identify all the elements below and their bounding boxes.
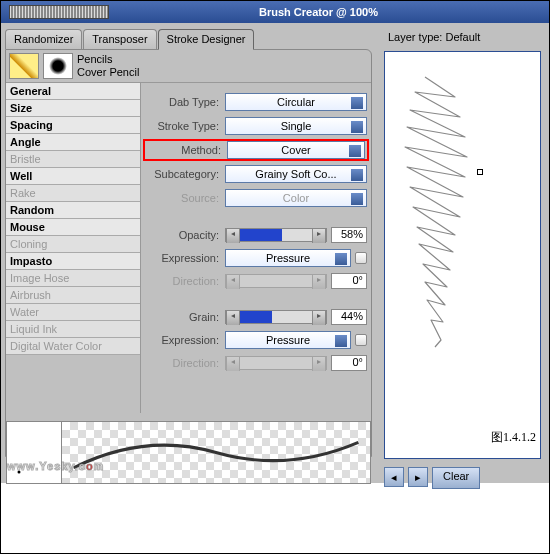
expression2-dropdown[interactable]: Pressure bbox=[225, 331, 351, 349]
next-button[interactable]: ▸ bbox=[408, 467, 428, 487]
cat-spacing[interactable]: Spacing bbox=[6, 117, 140, 134]
prev-button[interactable]: ◂ bbox=[384, 467, 404, 487]
layer-type-label: Layer type: bbox=[388, 31, 442, 43]
figure-label: 图1.4.1.2 bbox=[491, 429, 536, 446]
cat-well[interactable]: Well bbox=[6, 168, 140, 185]
selection-handle[interactable] bbox=[477, 169, 483, 175]
brush-variant-icon[interactable] bbox=[43, 53, 73, 79]
brush-header: Pencils Cover Pencil bbox=[6, 50, 371, 83]
cat-size[interactable]: Size bbox=[6, 100, 140, 117]
subcategory-dropdown[interactable]: Grainy Soft Co... bbox=[225, 165, 367, 183]
expression1-label: Expression: bbox=[145, 252, 225, 264]
cat-rake[interactable]: Rake bbox=[6, 185, 140, 202]
expression2-label: Expression: bbox=[145, 334, 225, 346]
cat-bristle[interactable]: Bristle bbox=[6, 151, 140, 168]
grain-value[interactable]: 44% bbox=[331, 309, 367, 325]
direction1-value: 0° bbox=[331, 273, 367, 289]
cat-impasto[interactable]: Impasto bbox=[6, 253, 140, 270]
subcategory-label: Subcategory: bbox=[145, 168, 225, 180]
stroke-type-dropdown[interactable]: Single bbox=[225, 117, 367, 135]
cat-general[interactable]: General bbox=[6, 83, 140, 100]
cat-water[interactable]: Water bbox=[6, 304, 140, 321]
brush-category-icon[interactable] bbox=[9, 53, 39, 79]
dab-type-dropdown[interactable]: Circular bbox=[225, 93, 367, 111]
stroke-type-label: Stroke Type: bbox=[145, 120, 225, 132]
brush-category-name: Pencils bbox=[77, 53, 139, 66]
cat-mouse[interactable]: Mouse bbox=[6, 219, 140, 236]
cat-airbrush[interactable]: Airbrush bbox=[6, 287, 140, 304]
tab-randomizer[interactable]: Randomizer bbox=[5, 29, 82, 49]
tab-transposer[interactable]: Transposer bbox=[83, 29, 156, 49]
source-dropdown: Color bbox=[225, 189, 367, 207]
title-bar: Brush Creator @ 100% bbox=[1, 1, 549, 23]
grain-slider[interactable]: ◂▸ bbox=[225, 310, 327, 324]
source-label: Source: bbox=[145, 192, 225, 204]
direction2-value: 0° bbox=[331, 355, 367, 371]
opacity-label: Opacity: bbox=[145, 229, 225, 241]
ruler-icon bbox=[9, 5, 109, 19]
category-list: General Size Spacing Angle Bristle Well … bbox=[6, 83, 141, 413]
stroke-preview bbox=[62, 422, 370, 483]
direction1-slider: ◂▸ bbox=[225, 274, 327, 288]
method-label: Method: bbox=[147, 144, 227, 156]
cat-angle[interactable]: Angle bbox=[6, 134, 140, 151]
cat-liquid-ink[interactable]: Liquid Ink bbox=[6, 321, 140, 338]
tab-stroke-designer[interactable]: Stroke Designer bbox=[158, 29, 255, 50]
brush-stroke-sample bbox=[395, 72, 480, 352]
preview-canvas[interactable]: 图1.4.1.2 bbox=[384, 51, 541, 459]
direction2-slider: ◂▸ bbox=[225, 356, 327, 370]
method-dropdown[interactable]: Cover bbox=[227, 141, 365, 159]
cat-random[interactable]: Random bbox=[6, 202, 140, 219]
cat-digital-water[interactable]: Digital Water Color bbox=[6, 338, 140, 355]
direction1-label: Direction: bbox=[145, 275, 225, 287]
opacity-slider[interactable]: ◂▸ bbox=[225, 228, 327, 242]
right-panel: Layer type: Default 图1.4.1.2 ◂ ▸ Clear bbox=[376, 23, 549, 483]
clear-button[interactable]: Clear bbox=[432, 467, 480, 489]
cat-cloning[interactable]: Cloning bbox=[6, 236, 140, 253]
direction2-label: Direction: bbox=[145, 357, 225, 369]
left-panel: Randomizer Transposer Stroke Designer Pe… bbox=[1, 23, 376, 483]
opacity-value[interactable]: 58% bbox=[331, 227, 367, 243]
dab-type-label: Dab Type: bbox=[145, 96, 225, 108]
expression1-dropdown[interactable]: Pressure bbox=[225, 249, 351, 267]
brush-variant-name: Cover Pencil bbox=[77, 66, 139, 79]
form-area: Dab Type: Circular Stroke Type: Single M… bbox=[141, 83, 371, 413]
watermark: www.Yesky.com bbox=[7, 454, 104, 475]
expression1-check[interactable] bbox=[355, 252, 367, 264]
layer-type-value: Default bbox=[445, 31, 480, 43]
grain-label: Grain: bbox=[145, 311, 225, 323]
cat-image-hose[interactable]: Image Hose bbox=[6, 270, 140, 287]
expression2-check[interactable] bbox=[355, 334, 367, 346]
window-title: Brush Creator @ 100% bbox=[259, 6, 378, 18]
